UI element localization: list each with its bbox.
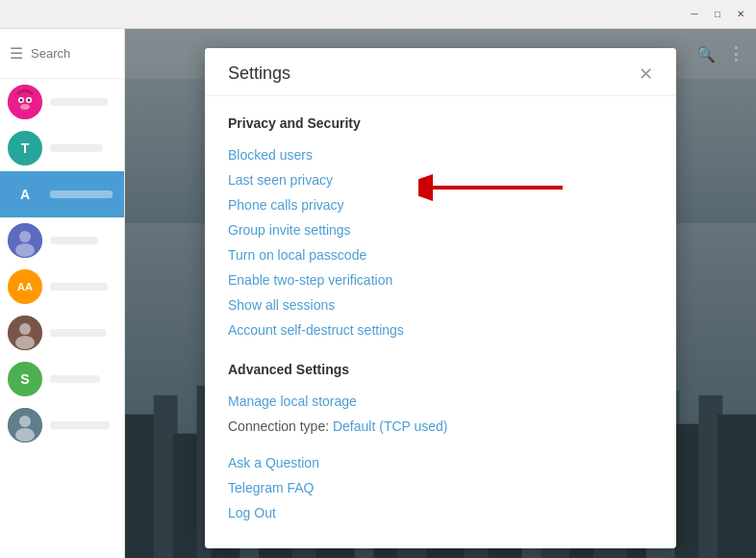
- list-item[interactable]: [0, 217, 124, 264]
- extra-links-section: Ask a Question Telegram FAQ Log Out: [228, 450, 653, 525]
- svg-point-3: [20, 99, 23, 102]
- window-controls: ─ □ ✕: [687, 7, 748, 22]
- window-chrome: ─ □ ✕: [0, 0, 756, 29]
- list-item[interactable]: A: [0, 171, 124, 217]
- blocked-users-link[interactable]: Blocked users: [228, 142, 653, 167]
- avatar: S: [8, 362, 42, 396]
- app-layout: ☰: [0, 29, 756, 558]
- avatar: [8, 223, 42, 258]
- two-step-link[interactable]: Enable two-step verification: [228, 267, 653, 292]
- list-item[interactable]: [0, 402, 124, 448]
- modal-overlay: Settings ✕ Privacy and Security Blocked …: [125, 29, 756, 558]
- svg-point-10: [19, 323, 31, 335]
- contact-name: [50, 329, 106, 337]
- modal-body: Privacy and Security Blocked users Last …: [205, 96, 676, 548]
- privacy-section-heading: Privacy and Security: [228, 115, 653, 131]
- connection-value[interactable]: Default (TCP used): [333, 418, 448, 434]
- self-destruct-link[interactable]: Account self-destruct settings: [228, 317, 653, 342]
- search-input[interactable]: [31, 46, 125, 61]
- list-item[interactable]: AA: [0, 264, 124, 310]
- contact-list: T A AA: [0, 79, 124, 558]
- ask-question-link[interactable]: Ask a Question: [228, 450, 653, 475]
- connection-label: Connection type:: [228, 418, 329, 434]
- svg-point-11: [15, 336, 35, 349]
- modal-title: Settings: [228, 63, 290, 84]
- hamburger-icon[interactable]: ☰: [10, 44, 23, 63]
- avatar: A: [8, 177, 42, 212]
- modal-header: Settings ✕: [205, 48, 676, 96]
- sidebar-header: ☰: [0, 29, 124, 79]
- settings-modal: Settings ✕ Privacy and Security Blocked …: [205, 48, 676, 548]
- minimize-button[interactable]: ─: [687, 7, 702, 22]
- contact-name: [50, 421, 110, 429]
- window-close-button[interactable]: ✕: [733, 7, 748, 22]
- privacy-section: Privacy and Security Blocked users Last …: [228, 115, 653, 342]
- svg-point-4: [28, 99, 31, 102]
- avatar: [8, 316, 42, 350]
- local-storage-link[interactable]: Manage local storage: [228, 389, 653, 414]
- contact-name: [50, 98, 108, 106]
- sidebar: ☰: [0, 29, 125, 558]
- list-item[interactable]: [0, 79, 124, 125]
- svg-point-14: [15, 428, 35, 442]
- svg-point-8: [15, 243, 35, 257]
- connection-type-text: Connection type: Default (TCP used): [228, 414, 653, 439]
- list-item[interactable]: T: [0, 125, 124, 171]
- log-out-link[interactable]: Log Out: [228, 500, 653, 525]
- telegram-faq-link[interactable]: Telegram FAQ: [228, 475, 653, 500]
- contact-name: [50, 283, 108, 291]
- advanced-section-heading: Advanced Settings: [228, 362, 653, 377]
- sessions-link[interactable]: Show all sessions: [228, 292, 653, 317]
- local-passcode-link[interactable]: Turn on local passcode: [228, 242, 653, 267]
- avatar: [8, 408, 42, 443]
- svg-point-13: [19, 416, 31, 427]
- avatar: T: [8, 131, 42, 165]
- phone-calls-link[interactable]: Phone calls privacy: [228, 192, 653, 217]
- svg-point-7: [19, 231, 31, 242]
- advanced-section: Advanced Settings Manage local storage C…: [228, 362, 653, 525]
- last-seen-link[interactable]: Last seen privacy: [228, 167, 653, 192]
- list-item[interactable]: [0, 310, 124, 356]
- contact-name: [50, 375, 100, 383]
- svg-point-5: [20, 104, 30, 110]
- chat-area: 🔍 ⋮: [125, 29, 756, 558]
- avatar: [8, 85, 42, 119]
- maximize-button[interactable]: □: [710, 7, 725, 22]
- group-invite-link[interactable]: Group invite settings: [228, 217, 653, 242]
- contact-name: [50, 237, 98, 244]
- contact-name: [50, 144, 103, 152]
- list-item[interactable]: S: [0, 356, 124, 402]
- modal-close-button[interactable]: ✕: [639, 65, 653, 83]
- avatar: AA: [8, 269, 42, 304]
- contact-name: [50, 190, 113, 198]
